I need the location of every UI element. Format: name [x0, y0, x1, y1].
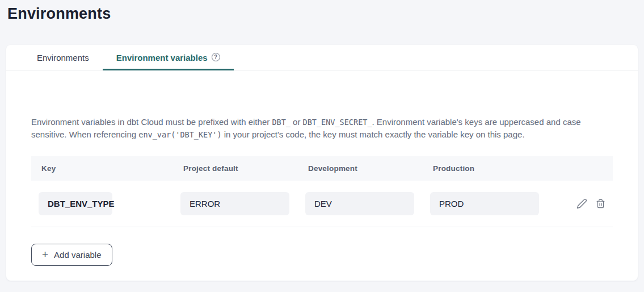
tab-environment-variables[interactable]: Environment variables ? — [103, 45, 234, 70]
column-header-production: Production — [433, 164, 613, 173]
tab-environment-variables-label: Environment variables — [116, 53, 208, 62]
pencil-icon — [576, 198, 587, 209]
environment-variables-table: Key Project default Development Producti… — [31, 156, 613, 227]
description-text: in your project's code, the key must mat… — [222, 130, 525, 139]
plus-icon: + — [42, 249, 48, 260]
trash-icon — [596, 198, 605, 209]
description-text: or — [291, 117, 303, 127]
page-title: Environments — [7, 5, 644, 23]
development-value: DEV — [305, 192, 414, 215]
table-row: DBT_ENV_TYPE ERROR DEV PROD — [31, 181, 613, 227]
help-icon[interactable]: ? — [212, 53, 220, 61]
env-var-description: Environment variables in dbt Cloud must … — [31, 116, 613, 141]
table-header-row: Key Project default Development Producti… — [31, 156, 613, 181]
tab-bar: Environments Environment variables ? — [6, 45, 638, 70]
tab-environments-label: Environments — [37, 53, 89, 62]
column-header-key: Key — [41, 164, 183, 173]
add-variable-label: Add variable — [54, 250, 101, 260]
environments-card: Environments Environment variables ? Env… — [6, 45, 638, 281]
column-header-development: Development — [308, 164, 433, 173]
edit-variable-button[interactable] — [576, 198, 587, 209]
variable-key-value: DBT_ENV_TYPE — [39, 192, 112, 215]
code-env-var-example: env_var('DBT_KEY') — [138, 130, 221, 139]
code-dbt-prefix: DBT_ — [272, 118, 291, 127]
add-variable-button[interactable]: + Add variable — [31, 244, 112, 266]
column-header-project-default: Project default — [183, 164, 308, 173]
tab-environments[interactable]: Environments — [23, 45, 103, 70]
code-dbt-env-secret-prefix: DBT_ENV_SECRET_ — [303, 118, 372, 127]
row-actions — [573, 198, 613, 209]
production-value: PROD — [430, 192, 539, 215]
delete-variable-button[interactable] — [596, 198, 605, 209]
description-text: Environment variables in dbt Cloud must … — [31, 117, 272, 127]
project-default-value: ERROR — [180, 192, 289, 215]
